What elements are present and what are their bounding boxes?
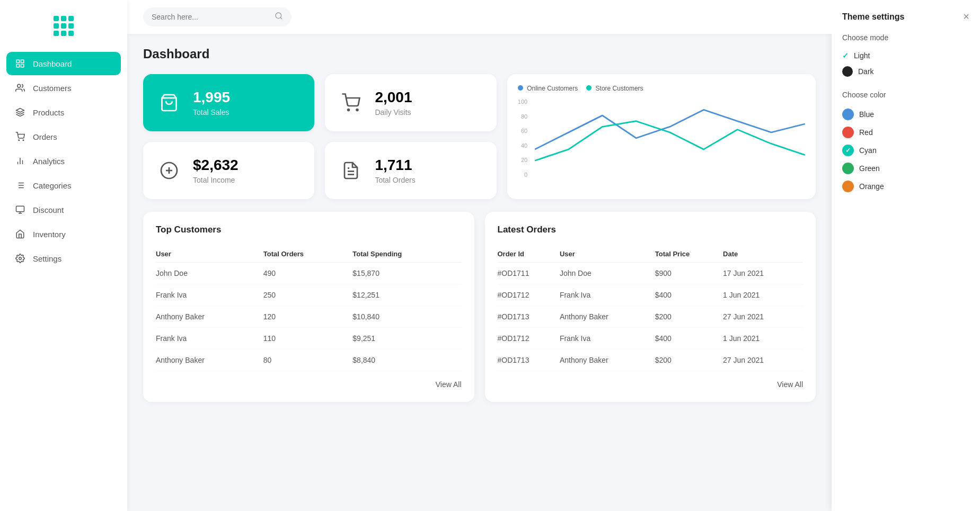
stat-info: $2,632 Total Income	[193, 157, 239, 184]
sidebar-item-label: Categories	[33, 181, 72, 190]
color-cyan[interactable]: Cyan	[842, 141, 969, 159]
search-box[interactable]	[143, 7, 292, 26]
sidebar-item-settings[interactable]: Settings	[6, 247, 121, 270]
color-orange[interactable]: Orange	[842, 177, 969, 195]
col-order-id: Order Id	[498, 246, 560, 263]
choose-color-label: Choose color	[842, 91, 969, 99]
latest-orders-title: Latest Orders	[498, 225, 804, 235]
income-icon	[156, 157, 182, 184]
stat-value: 1,711	[375, 157, 415, 174]
table-row: #OD1713 Anthony Baker $200 27 Jun 2021	[498, 349, 804, 371]
stat-label: Total Orders	[375, 176, 415, 184]
table-row: #OD1713 Anthony Baker $200 27 Jun 2021	[498, 306, 804, 328]
red-dot	[842, 127, 854, 138]
sidebar-item-products[interactable]: Products	[6, 101, 121, 124]
visitors-chart: Online Customers Store Customers 1008060…	[507, 74, 816, 199]
color-blue[interactable]: Blue	[842, 105, 969, 123]
y-axis: 100806040200	[518, 98, 531, 178]
table-row: Frank Iva 250 $12,251	[156, 284, 462, 306]
customer-user: Anthony Baker	[156, 349, 263, 371]
order-id: #OD1713	[498, 349, 560, 371]
latest-orders-card: Latest Orders Order Id User Total Price …	[485, 212, 816, 402]
sidebar-item-label: Settings	[33, 254, 61, 263]
sidebar-item-label: Products	[33, 108, 64, 117]
chart-area: 100806040200	[518, 98, 805, 183]
inventory-icon	[15, 229, 25, 239]
sidebar-item-orders[interactable]: Orders	[6, 125, 121, 148]
legend-online: Online Customers	[518, 85, 578, 92]
legend-store: Store Customers	[586, 85, 643, 92]
customer-orders: 110	[263, 328, 353, 349]
svg-rect-0	[16, 60, 19, 62]
col-date: Date	[723, 246, 803, 263]
green-dot	[842, 163, 854, 174]
order-id: #OD1712	[498, 284, 560, 306]
sidebar-item-label: Analytics	[33, 157, 65, 166]
mode-dark[interactable]: Dark	[842, 63, 969, 80]
col-spending: Total Spending	[352, 246, 461, 263]
table-row: #OD1712 Frank Iva $400 1 Jun 2021	[498, 328, 804, 349]
top-customers-view-all[interactable]: View All	[156, 380, 462, 389]
color-green[interactable]: Green	[842, 159, 969, 177]
svg-line-22	[280, 17, 282, 19]
latest-orders-view-all[interactable]: View All	[498, 380, 804, 389]
sidebar-item-dashboard[interactable]: Dashboard	[6, 52, 121, 75]
order-price: $400	[655, 328, 723, 349]
customer-spending: $15,870	[352, 263, 461, 284]
order-id: #OD1712	[498, 328, 560, 349]
order-id: #OD1711	[498, 263, 560, 284]
order-user: Frank Iva	[560, 284, 655, 306]
order-price: $200	[655, 306, 723, 328]
svg-point-7	[23, 140, 24, 141]
customer-orders: 250	[263, 284, 353, 306]
stat-value: 1,995	[193, 89, 230, 106]
customer-orders: 490	[263, 263, 353, 284]
dark-circle-icon	[842, 66, 853, 77]
order-date: 27 Jun 2021	[723, 349, 803, 371]
order-price: $200	[655, 349, 723, 371]
sidebar-item-analytics[interactable]: Analytics	[6, 149, 121, 173]
latest-orders-table: Order Id User Total Price Date #OD1711 J…	[498, 246, 804, 371]
table-row: Frank Iva 110 $9,251	[156, 328, 462, 349]
stat-info: 1,711 Total Orders	[375, 157, 415, 184]
col-orders: Total Orders	[263, 246, 353, 263]
color-red[interactable]: Red	[842, 123, 969, 141]
sidebar-item-categories[interactable]: Categories	[6, 174, 121, 197]
settings-icon	[15, 253, 25, 264]
stat-total-income: $2,632 Total Income	[143, 142, 314, 199]
order-user: Frank Iva	[560, 328, 655, 349]
sidebar-item-inventory[interactable]: Inventory	[6, 222, 121, 246]
customer-user: Frank Iva	[156, 328, 263, 349]
checkmark-icon: ✓	[842, 51, 849, 60]
svg-rect-1	[21, 60, 24, 62]
sidebar-item-label: Dashboard	[33, 59, 72, 68]
theme-close-button[interactable]: ×	[963, 11, 969, 23]
theme-title: Theme settings	[842, 12, 904, 22]
stat-daily-visits: 2,001 Daily Visits	[325, 74, 496, 131]
order-user: Anthony Baker	[560, 349, 655, 371]
table-row: #OD1711 John Doe $900 17 Jun 2021	[498, 263, 804, 284]
orders-icon	[15, 131, 25, 142]
stat-label: Daily Visits	[375, 108, 412, 116]
mode-light[interactable]: ✓ Light	[842, 48, 969, 63]
color-section: Choose color Blue Red Cyan Green Orange	[842, 91, 969, 195]
svg-rect-2	[21, 65, 24, 67]
stat-label: Total Income	[193, 176, 239, 184]
search-input[interactable]	[152, 13, 269, 21]
sidebar-item-discount[interactable]: Discount	[6, 198, 121, 221]
order-date: 1 Jun 2021	[723, 328, 803, 349]
analytics-icon	[15, 156, 25, 166]
stat-total-sales: 1,995 Total Sales	[143, 74, 314, 131]
stat-info: 2,001 Daily Visits	[375, 89, 412, 116]
customer-orders: 120	[263, 306, 353, 328]
stat-value: $2,632	[193, 157, 239, 174]
order-date: 17 Jun 2021	[723, 263, 803, 284]
stats-grid: 1,995 Total Sales 2,001 Daily Visits	[143, 74, 816, 199]
order-price: $900	[655, 263, 723, 284]
sidebar-item-customers[interactable]: Customers	[6, 76, 121, 100]
stat-value: 2,001	[375, 89, 412, 106]
order-icon	[338, 157, 364, 184]
bottom-tables: Top Customers User Total Orders Total Sp…	[143, 212, 816, 402]
choose-mode-label: Choose mode	[842, 33, 969, 42]
svg-point-20	[19, 257, 22, 260]
